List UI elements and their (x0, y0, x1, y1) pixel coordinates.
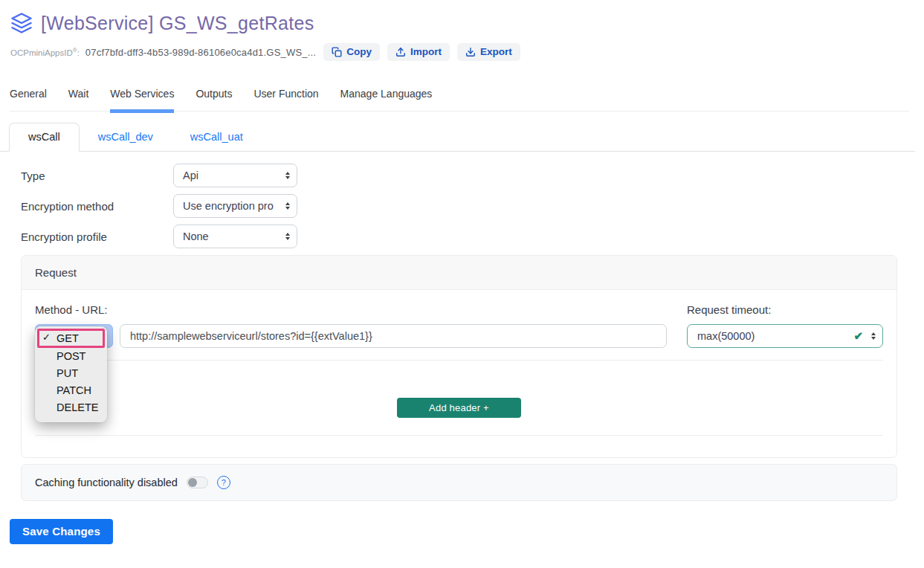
request-labels-row: Method - URL: Request timeout: (35, 303, 883, 316)
request-divider-bottom (35, 435, 883, 436)
export-button[interactable]: Export (457, 43, 520, 61)
subtab-wscall-dev[interactable]: wsCall_dev (80, 123, 172, 151)
download-icon (465, 47, 476, 57)
add-header-button[interactable]: Add header + (397, 398, 521, 418)
app-id-row: OCPminiAppsID®: 07cf7bfd-dff3-4b53-989d-… (0, 34, 924, 61)
method-option-label: PATCH (56, 384, 91, 396)
encryption-method-label: Encryption method (21, 200, 173, 213)
type-row: Type Api (21, 164, 924, 187)
caching-label: Caching functionality disabled (35, 477, 178, 488)
tab-general[interactable]: General (10, 83, 47, 111)
url-input[interactable] (120, 324, 667, 348)
request-timeout-label: Request timeout: (687, 303, 883, 316)
import-button-label: Import (410, 46, 442, 57)
app-id-label: OCPminiAppsID®: (10, 47, 80, 57)
method-url-label: Method - URL: (35, 303, 108, 316)
import-button[interactable]: Import (387, 43, 450, 61)
encryption-profile-label: Encryption profile (21, 230, 173, 243)
request-panel: Request Method - URL: Request timeout: ✓… (21, 255, 897, 458)
app-id-colon: : (77, 48, 80, 57)
copy-button-label: Copy (346, 46, 372, 57)
method-option-put[interactable]: PUT (37, 365, 105, 382)
subtab-wscall-uat[interactable]: wsCall_uat (172, 123, 262, 151)
help-icon[interactable]: ? (217, 476, 230, 489)
request-timeout-select[interactable]: max(50000) ✔ (687, 324, 883, 348)
type-label: Type (21, 170, 173, 182)
select-arrows-icon (285, 233, 290, 240)
tab-manage-languages[interactable]: Manage Languages (340, 83, 433, 111)
request-panel-body: Method - URL: Request timeout: ✓ GET POS… (22, 290, 896, 457)
method-option-label: GET (56, 332, 79, 344)
tab-outputs[interactable]: Outputs (196, 83, 232, 111)
select-arrows-icon (285, 172, 290, 179)
copy-button[interactable]: Copy (323, 43, 380, 61)
method-option-label: PUT (56, 367, 78, 379)
method-option-post[interactable]: POST (37, 348, 105, 365)
page-title: [WebService] GS_WS_getRates (41, 13, 314, 34)
valid-check-icon: ✔ (853, 329, 863, 343)
method-option-get[interactable]: ✓ GET (37, 329, 105, 348)
upload-icon (395, 47, 406, 57)
request-divider-top (35, 360, 883, 361)
method-option-label: DELETE (56, 401, 98, 413)
encryption-method-value: Use encryption pro (183, 200, 274, 212)
encryption-method-row: Encryption method Use encryption pro (21, 194, 924, 218)
encryption-method-select[interactable]: Use encryption pro (173, 194, 297, 218)
request-panel-title: Request (22, 256, 896, 290)
add-header-row: Add header + (35, 398, 883, 418)
request-controls-row: ✓ GET POST PUT PATCH DELET (35, 324, 883, 348)
copy-icon (332, 47, 342, 57)
type-select[interactable]: Api (173, 164, 297, 187)
subtab-wscall[interactable]: wsCall (9, 123, 80, 152)
main-tabs: General Wait Web Services Outputs User F… (10, 83, 909, 112)
type-select-value: Api (183, 170, 198, 181)
select-arrows-icon (871, 332, 876, 340)
app-id-label-text: OCPminiAppsID (10, 48, 73, 57)
check-icon: ✓ (42, 330, 51, 345)
method-option-label: POST (56, 350, 85, 362)
layers-icon (10, 12, 33, 34)
tab-user-function[interactable]: User Function (253, 83, 318, 111)
request-timeout-value: max(50000) (697, 330, 755, 342)
caching-toggle[interactable] (187, 477, 208, 488)
caching-panel: Caching functionality disabled ? (21, 464, 897, 501)
encryption-profile-select[interactable]: None (173, 225, 297, 248)
export-button-label: Export (480, 46, 512, 57)
method-option-delete[interactable]: DELETE (37, 399, 105, 416)
toggle-knob (188, 478, 197, 487)
webservice-config-page: [WebService] GS_WS_getRates OCPminiAppsI… (0, 0, 924, 544)
page-header: [WebService] GS_WS_getRates (0, 0, 924, 34)
save-changes-button[interactable]: Save Changes (10, 519, 113, 544)
tab-web-services[interactable]: Web Services (110, 83, 174, 111)
ws-call-tabs: wsCall wsCall_dev wsCall_uat (0, 123, 915, 152)
encryption-profile-value: None (183, 230, 209, 242)
tab-wait[interactable]: Wait (68, 83, 88, 111)
ws-settings-form: Type Api Encryption method Use encryptio… (21, 164, 924, 248)
select-arrows-icon (285, 202, 290, 210)
method-dropdown: ✓ GET POST PUT PATCH DELET (35, 326, 107, 422)
app-id-value: 07cf7bfd-dff3-4b53-989d-86106e0ca4d1.GS_… (85, 47, 316, 58)
encryption-profile-row: Encryption profile None (21, 225, 924, 248)
method-option-patch[interactable]: PATCH (37, 382, 105, 399)
method-select-wrap: ✓ GET POST PUT PATCH DELET (35, 324, 113, 348)
